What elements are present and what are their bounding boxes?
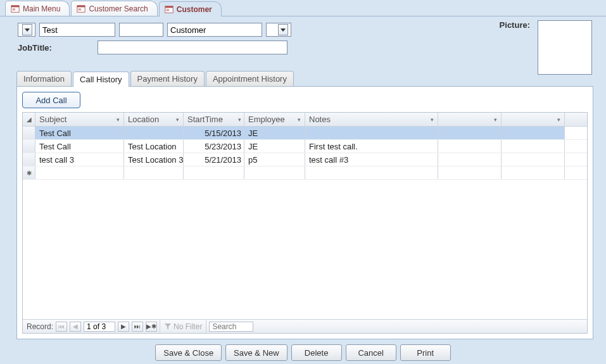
svg-rect-5 — [77, 5, 85, 7]
doc-tab-label: Customer — [177, 5, 212, 14]
grid-body: Test Call 5/15/2013 JE Test Call Test Lo… — [23, 127, 587, 319]
cell-subject[interactable]: Test Call — [35, 140, 124, 153]
chevron-down-icon: ▾ — [238, 116, 241, 123]
cell-blank[interactable] — [502, 127, 565, 139]
jobtitle-input[interactable] — [98, 41, 287, 54]
cell-blank[interactable] — [305, 166, 438, 179]
first-name-input[interactable] — [39, 23, 115, 37]
nav-last-button[interactable]: ⏭ — [132, 322, 143, 332]
cell-notes[interactable]: test call #3 — [305, 153, 438, 166]
table-row[interactable]: test call 3 Test Location 3 5/21/2013 p5… — [23, 153, 587, 166]
svg-marker-12 — [25, 28, 30, 32]
col-subject[interactable]: Subject▾ — [35, 113, 124, 126]
doc-tab-customer-search[interactable]: Customer Search — [71, 1, 157, 16]
nav-first-button[interactable]: ⏮ — [56, 322, 67, 332]
cell-blank[interactable] — [438, 166, 502, 179]
chevron-down-icon: ▾ — [117, 116, 120, 123]
customer-header: JobTitle: Picture: — [0, 16, 606, 65]
form-icon — [165, 5, 174, 14]
filter-indicator[interactable]: No Filter — [160, 320, 206, 333]
cell-notes[interactable] — [305, 127, 438, 139]
grid-header: ◢ Subject▾ Location▾ StartTime▾ Employee… — [23, 113, 587, 127]
cell-blank[interactable] — [438, 140, 502, 153]
dropdown-icon[interactable] — [22, 24, 32, 35]
col-employee[interactable]: Employee▾ — [244, 113, 305, 126]
form-icon — [11, 4, 20, 13]
cell-location[interactable]: Test Location 3 — [124, 153, 184, 166]
record-search-input[interactable] — [209, 322, 253, 332]
chevron-down-icon: ▾ — [557, 116, 560, 123]
col-blank[interactable]: ▾ — [502, 113, 565, 126]
select-all[interactable]: ◢ — [23, 113, 35, 126]
cell-blank[interactable] — [438, 153, 502, 166]
cell-blank[interactable] — [502, 140, 565, 153]
record-position-input[interactable] — [84, 322, 115, 332]
cell-start[interactable]: 5/23/2013 — [184, 140, 244, 153]
row-selector[interactable] — [23, 140, 35, 153]
nav-new-button[interactable]: ▶✱ — [146, 322, 157, 332]
table-row-new[interactable]: ✱ — [23, 166, 587, 180]
cell-start[interactable]: 5/21/2013 — [184, 153, 244, 166]
funnel-icon — [164, 323, 172, 330]
dropdown-icon[interactable] — [278, 24, 288, 35]
cell-employee[interactable]: p5 — [244, 153, 305, 166]
cell-employee[interactable]: JE — [244, 140, 305, 153]
doc-tab-main-menu[interactable]: Main Menu — [5, 1, 70, 16]
suffix-combo[interactable] — [266, 23, 291, 37]
cell-blank[interactable] — [184, 166, 244, 179]
cell-blank[interactable] — [502, 166, 565, 179]
picture-label: Picture: — [500, 20, 530, 30]
record-label: Record: — [27, 322, 53, 331]
chevron-down-icon: ▾ — [176, 116, 179, 123]
cell-blank[interactable] — [502, 153, 565, 166]
col-location[interactable]: Location▾ — [124, 113, 184, 126]
doc-tab-label: Main Menu — [23, 4, 60, 13]
record-navigator: Record: ⏮ ◀ ▶ ⏭ ▶✱ No Filter — [23, 319, 587, 333]
picture-box — [538, 20, 595, 75]
save-close-button[interactable]: Save & Close — [155, 344, 222, 361]
table-row[interactable]: Test Call Test Location 5/23/2013 JE Fir… — [23, 140, 587, 153]
save-new-button[interactable]: Save & New — [225, 344, 287, 361]
cell-blank[interactable] — [124, 166, 184, 179]
add-call-button[interactable]: Add Call — [22, 92, 80, 108]
call-history-panel: Add Call ◢ Subject▾ Location▾ StartTime▾… — [16, 86, 593, 339]
table-row[interactable]: Test Call 5/15/2013 JE — [23, 127, 587, 140]
calls-grid: ◢ Subject▾ Location▾ StartTime▾ Employee… — [22, 112, 588, 334]
col-blank[interactable]: ▾ — [438, 113, 502, 126]
cell-location[interactable]: Test Location — [124, 140, 184, 153]
cancel-button[interactable]: Cancel — [346, 344, 396, 361]
middle-name-input[interactable] — [119, 23, 163, 37]
row-selector[interactable] — [23, 153, 35, 166]
col-notes[interactable]: Notes▾ — [305, 113, 438, 126]
cell-location[interactable] — [124, 127, 184, 139]
cell-employee[interactable]: JE — [244, 127, 305, 139]
tab-call-history[interactable]: Call History — [73, 72, 129, 87]
col-starttime[interactable]: StartTime▾ — [184, 113, 244, 126]
cell-blank[interactable] — [438, 127, 502, 139]
prefix-combo[interactable] — [18, 23, 35, 37]
delete-button[interactable]: Delete — [291, 344, 342, 361]
tab-information[interactable]: Information — [16, 71, 72, 86]
tab-appointment-history[interactable]: Appointment History — [206, 71, 294, 86]
nav-prev-button[interactable]: ◀ — [70, 322, 81, 332]
svg-rect-9 — [165, 6, 173, 8]
svg-rect-1 — [11, 5, 19, 7]
picture-placeholder[interactable] — [538, 20, 592, 75]
cell-start[interactable]: 5/15/2013 — [184, 127, 244, 139]
row-selector[interactable] — [23, 127, 35, 139]
cell-subject[interactable]: test call 3 — [35, 153, 124, 166]
doc-tab-customer[interactable]: Customer — [159, 1, 222, 16]
jobtitle-label: JobTitle: — [18, 43, 94, 53]
print-button[interactable]: Print — [400, 344, 451, 361]
cell-blank[interactable] — [35, 166, 124, 179]
last-name-input[interactable] — [167, 23, 262, 37]
chevron-down-icon: ▾ — [494, 116, 497, 123]
svg-marker-13 — [281, 28, 286, 32]
cell-notes[interactable]: First test call. — [305, 140, 438, 153]
new-row-icon[interactable]: ✱ — [23, 166, 35, 179]
cell-subject[interactable]: Test Call — [35, 127, 124, 139]
nav-next-button[interactable]: ▶ — [118, 322, 129, 332]
cell-blank[interactable] — [244, 166, 305, 179]
subtab-area: Information Call History Payment History… — [0, 71, 606, 339]
tab-payment-history[interactable]: Payment History — [130, 71, 205, 86]
